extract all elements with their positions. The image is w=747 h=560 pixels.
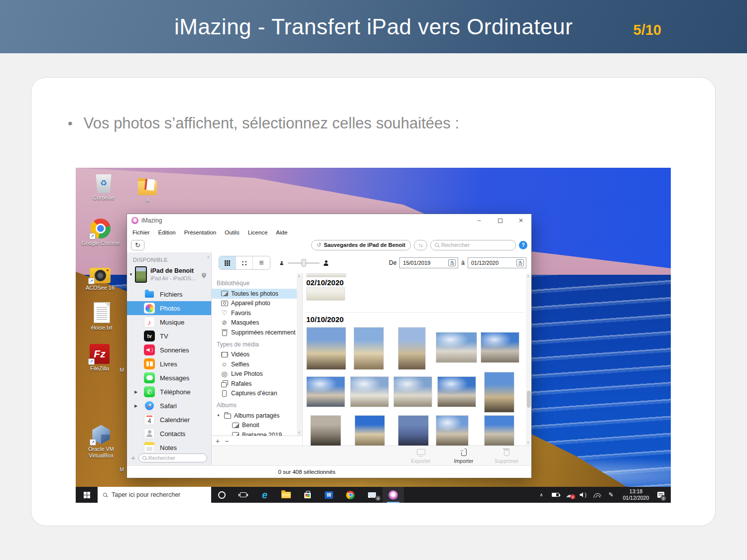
library-item-captures-d-cran[interactable]: Captures d'écran: [217, 389, 296, 399]
photo-thumbnail[interactable]: [484, 372, 514, 413]
slider-thumb[interactable]: [302, 259, 306, 267]
calendar-icon[interactable]: 15: [516, 259, 524, 266]
photo-thumbnail[interactable]: [481, 332, 519, 363]
menu-edition[interactable]: Édition: [158, 229, 176, 235]
microsoft-store-button[interactable]: [297, 487, 318, 503]
add-album-button[interactable]: +: [216, 437, 220, 445]
disclosure-down-icon[interactable]: ▼: [217, 414, 221, 417]
expand-arrow-icon[interactable]: ▶: [134, 404, 137, 408]
slider-track[interactable]: [288, 262, 320, 264]
library-item-live-photos[interactable]: Live Photos: [217, 369, 296, 379]
grid-scrollbar[interactable]: ∧ ∨: [526, 273, 531, 446]
view-grid-large-button[interactable]: ∷: [236, 256, 253, 269]
library-item-vid-os[interactable]: Vidéos: [217, 350, 296, 360]
scroll-down-icon[interactable]: ∨: [527, 441, 529, 445]
sidebar-search-input[interactable]: Rechercher: [138, 453, 207, 462]
menu-presentation[interactable]: Présentation: [184, 229, 217, 235]
refresh-button[interactable]: ↻: [131, 240, 144, 250]
library-item-favoris[interactable]: Favoris: [217, 308, 296, 318]
library-scrollbar[interactable]: ∧ ∨: [297, 273, 302, 436]
scrollbar-thumb[interactable]: [527, 391, 531, 408]
remove-album-button[interactable]: −: [225, 437, 229, 445]
date-from-input[interactable]: 15/01/2019 15: [399, 257, 458, 268]
sidebar-item-tv[interactable]: TV: [127, 329, 211, 343]
scroll-up-icon[interactable]: ∧: [298, 274, 300, 278]
sidebar-item-messages[interactable]: Messages: [127, 371, 211, 385]
scroll-up-icon[interactable]: ∧: [527, 274, 529, 278]
close-button[interactable]: ✕: [510, 214, 531, 227]
search-input[interactable]: Rechercher: [430, 240, 516, 250]
sidebar-item-livres[interactable]: Livres: [127, 357, 211, 371]
backups-button[interactable]: ↺ Sauvegardes de iPad de Benoit: [311, 240, 411, 250]
maximize-button[interactable]: [490, 214, 510, 227]
library-item-selfies[interactable]: Selfies: [217, 359, 296, 369]
import-button[interactable]: Importer: [450, 448, 478, 464]
desktop-icon-corbeille[interactable]: Corbeille: [82, 170, 125, 201]
photo-thumbnail[interactable]: [398, 327, 426, 370]
library-item-albums-partag-s[interactable]: ▼Albums partagés: [217, 411, 296, 421]
notification-center-button[interactable]: 5: [654, 487, 668, 503]
photo-thumbnail[interactable]: [436, 332, 477, 363]
view-grid-small-button[interactable]: [219, 256, 236, 269]
photo-thumbnail[interactable]: [398, 415, 429, 446]
photo-thumbnail[interactable]: [306, 327, 346, 370]
clock[interactable]: 13:18 01/12/2020: [618, 488, 654, 501]
cortana-button[interactable]: [211, 487, 233, 503]
add-device-button[interactable]: +: [131, 453, 135, 462]
desktop-icon-eloise-txt[interactable]: éloise.txt: [80, 300, 124, 331]
delete-button[interactable]: Supprimer: [493, 448, 520, 464]
sort-updown-button[interactable]: ↑↓: [414, 240, 427, 250]
sidebar-item-photos[interactable]: Photos: [127, 301, 211, 315]
battery-indicator[interactable]: [548, 487, 562, 503]
sidebar-item-sonneries[interactable]: Sonneries: [127, 343, 211, 357]
photo-thumbnail[interactable]: [484, 415, 514, 446]
photo-thumbnail[interactable]: [436, 415, 469, 446]
photo-thumbnail[interactable]: [354, 327, 384, 370]
edge-button[interactable]: e: [254, 487, 275, 503]
menu-outils[interactable]: Outils: [225, 229, 239, 235]
photo-thumbnail[interactable]: [306, 287, 345, 301]
task-view-button[interactable]: [233, 487, 254, 503]
desktop-icon-google-chrome[interactable]: ↗Google Chrome: [79, 216, 123, 246]
menu-fichier[interactable]: Fichier: [132, 229, 150, 235]
library-item-masqu-es[interactable]: Masquées: [217, 318, 296, 328]
desktop-icon-folder-a[interactable]: a: [125, 172, 169, 203]
photo-thumbnail[interactable]: [306, 273, 346, 277]
sidebar-scroll-up-icon[interactable]: ∧: [207, 255, 210, 259]
library-item-benoit[interactable]: Benoit: [217, 421, 296, 431]
device-disclosure-icon[interactable]: ▼: [129, 272, 135, 277]
window-titlebar[interactable]: iMazing – ✕: [127, 214, 531, 227]
chrome-button[interactable]: [340, 487, 361, 503]
date-to-input[interactable]: 01/12/2020 15: [468, 257, 526, 268]
photo-thumbnail[interactable]: [310, 415, 341, 446]
mail-button[interactable]: 4: [361, 487, 382, 503]
onedrive-indicator[interactable]: [562, 487, 576, 503]
imazing-taskbar-button[interactable]: [382, 487, 404, 503]
scroll-down-icon[interactable]: ∨: [298, 431, 300, 435]
minimize-button[interactable]: –: [469, 214, 490, 227]
help-button[interactable]: ?: [519, 241, 527, 249]
sidebar-item-musique[interactable]: Musique: [127, 315, 211, 329]
taskbar-search-input[interactable]: Taper ici pour rechercher: [98, 487, 211, 503]
calendar-icon[interactable]: 15: [448, 259, 456, 266]
volume-button[interactable]: ): [576, 487, 590, 503]
sidebar-item-calendrier[interactable]: Calendrier: [127, 413, 211, 427]
desktop-icon-acdsee[interactable]: ↗ACDSee 16: [78, 260, 122, 291]
sidebar-item-safari[interactable]: ▶Safari: [127, 399, 211, 413]
word-button[interactable]: [318, 487, 340, 503]
library-item-toutes-les-photos[interactable]: Toutes les photos: [212, 289, 297, 299]
network-button[interactable]: [590, 487, 604, 503]
sidebar-item-téléphone[interactable]: ▶Téléphone: [127, 385, 211, 399]
photo-thumbnail[interactable]: [306, 376, 345, 407]
view-list-button[interactable]: ≡: [253, 256, 270, 269]
photo-thumbnail[interactable]: [350, 376, 389, 407]
desktop-icon-virtualbox[interactable]: ↗Oracle VM VirtualBox: [79, 422, 123, 459]
library-item-rafales[interactable]: Rafales: [217, 379, 296, 389]
library-item-appareil-photo[interactable]: Appareil photo: [217, 299, 296, 309]
export-button[interactable]: Exporter: [407, 448, 435, 464]
sidebar-item-fichiers[interactable]: Fichiers: [127, 287, 211, 301]
pen-settings-button[interactable]: ✎: [604, 487, 618, 503]
start-button[interactable]: [76, 487, 98, 503]
menu-aide[interactable]: Aide: [276, 229, 287, 235]
photo-thumbnail[interactable]: [393, 376, 432, 407]
